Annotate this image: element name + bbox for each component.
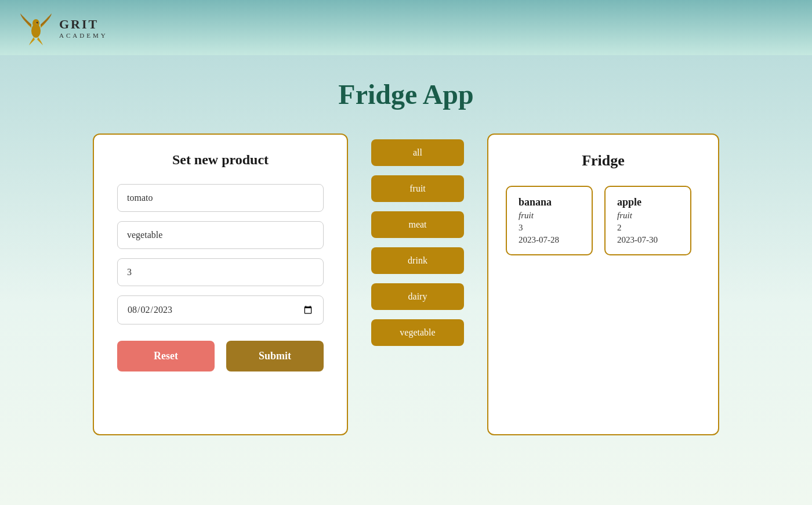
filter-fruit-button[interactable]: fruit [371,175,464,202]
date-input[interactable] [117,295,324,324]
logo-subtitle: ACADEMY [59,32,108,39]
submit-button[interactable]: Submit [226,341,324,371]
item-name: apple [617,196,679,208]
form-panel: Set new product Reset Submit [93,134,348,435]
item-name: banana [519,196,580,208]
logo-area: GRIT ACADEMY [19,10,108,45]
form-title: Set new product [117,152,324,168]
category-field-wrapper [117,221,324,249]
main-content: Set new product Reset Submit all fruit m… [0,128,812,441]
date-field-wrapper [117,295,324,324]
quantity-input[interactable] [117,258,324,286]
filter-vegetable-button[interactable]: vegetable [371,319,464,346]
item-date: 2023-07-30 [617,235,679,245]
page-title: Fridge App [0,78,812,110]
item-category: fruit [617,211,679,221]
item-category: fruit [519,211,580,221]
page-title-area: Fridge App [0,55,812,128]
item-quantity: 3 [519,223,580,233]
item-quantity: 2 [617,223,679,233]
reset-button[interactable]: Reset [117,341,215,371]
fridge-title: Fridge [506,152,701,169]
fridge-panel: Fridge banana fruit 3 2023-07-28 apple f… [487,134,719,435]
header: GRIT ACADEMY [0,0,812,55]
item-date: 2023-07-28 [519,235,580,245]
product-name-input[interactable] [117,184,324,212]
filter-drink-button[interactable]: drink [371,247,464,274]
filter-panel: all fruit meat drink dairy vegetable [371,134,464,346]
form-buttons: Reset Submit [117,341,324,371]
name-field-wrapper [117,184,324,212]
fridge-item-banana: banana fruit 3 2023-07-28 [506,186,593,255]
category-input[interactable] [117,221,324,249]
logo-title: GRIT [59,17,108,32]
filter-all-button[interactable]: all [371,139,464,166]
fridge-item-apple: apple fruit 2 2023-07-30 [604,186,691,255]
svg-point-2 [37,21,38,23]
filter-meat-button[interactable]: meat [371,211,464,238]
filter-dairy-button[interactable]: dairy [371,283,464,310]
logo-text: GRIT ACADEMY [59,17,108,39]
quantity-field-wrapper [117,258,324,286]
phoenix-icon [19,10,53,45]
fridge-items: banana fruit 3 2023-07-28 apple fruit 2 … [506,186,701,255]
